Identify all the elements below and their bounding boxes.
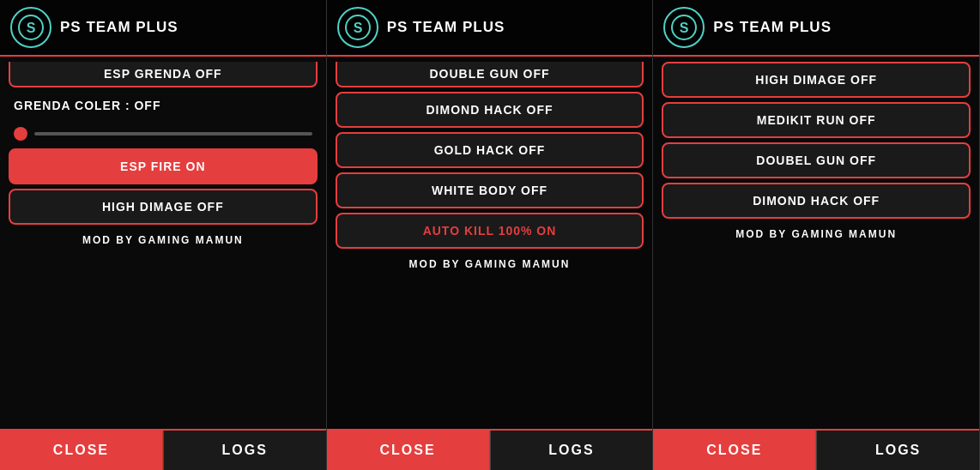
header-2: S PS TEAM PLUS [327,0,653,57]
footer-1: CLOSE LOGS [0,429,326,470]
close-btn-2[interactable]: CLOSE [327,431,490,470]
svg-text:S: S [353,21,362,35]
panel-1: S PS TEAM PLUS ESP GRENDA OFF GRENDA COL… [0,0,327,470]
high-dimage-btn-1[interactable]: HIGH DIMAGE OFF [9,189,318,225]
slider-track[interactable] [34,132,312,136]
mod-by-3: MOD BY GAMING MAMUN [662,223,971,245]
logo-1: S [10,7,51,48]
slider-row [9,124,318,144]
panel-3: S PS TEAM PLUS HIGH DIMAGE OFF MEDIKIT R… [653,0,980,470]
medikit-run-btn[interactable]: MEDIKIT RUN OFF [662,102,971,138]
footer-2: CLOSE LOGS [327,429,653,470]
high-dimage-btn-3[interactable]: HIGH DIMAGE OFF [662,62,971,98]
logs-btn-1[interactable]: LOGS [163,431,326,470]
slider-dot[interactable] [14,127,27,141]
logs-btn-2[interactable]: LOGS [490,431,653,470]
panel-body-3: HIGH DIMAGE OFF MEDIKIT RUN OFF DOUBEL G… [653,57,979,429]
panel-body-2: DOUBLE GUN OFF DIMOND HACK OFF GOLD HACK… [327,57,653,429]
gold-hack-btn[interactable]: GOLD HACK OFF [336,132,644,168]
partial-btn-2[interactable]: DOUBLE GUN OFF [336,62,644,87]
header-1: S PS TEAM PLUS [0,0,326,57]
close-btn-3[interactable]: CLOSE [653,431,816,470]
doubel-gun-btn[interactable]: DOUBEL GUN OFF [662,142,971,178]
footer-3: CLOSE LOGS [653,429,979,470]
logo-2: S [337,7,378,48]
svg-text:S: S [680,21,689,35]
grenda-label: GRENDA COLER : OFF [9,92,318,119]
logo-3: S [663,7,705,48]
panel-body-1: ESP GRENDA OFF GRENDA COLER : OFF ESP FI… [0,57,326,429]
mod-by-2: MOD BY GAMING MAMUN [336,253,644,275]
dimond-hack-btn[interactable]: DIMOND HACK OFF [336,92,644,128]
auto-kill-btn[interactable]: AUTO KILL 100% ON [336,213,644,249]
brand-title-2: PS TEAM PLUS [387,19,505,36]
svg-text:S: S [27,21,36,35]
partial-btn-1[interactable]: ESP GRENDA OFF [9,62,318,87]
logs-btn-3[interactable]: LOGS [816,431,979,470]
mod-by-1: MOD BY GAMING MAMUN [9,229,318,251]
esp-fire-btn[interactable]: ESP FIRE ON [9,148,318,184]
header-3: S PS TEAM PLUS [653,0,979,57]
white-body-btn[interactable]: WHITE BODY OFF [336,172,644,208]
brand-title-1: PS TEAM PLUS [60,19,178,36]
close-btn-1[interactable]: CLOSE [0,431,163,470]
panel-2: S PS TEAM PLUS DOUBLE GUN OFF DIMOND HAC… [327,0,654,470]
dimond-hack-btn-3[interactable]: DIMOND HACK OFF [662,183,971,219]
brand-title-3: PS TEAM PLUS [713,19,832,36]
